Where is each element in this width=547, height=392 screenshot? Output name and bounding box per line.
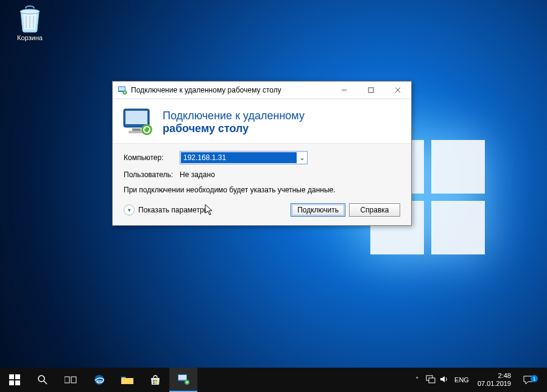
user-value: Не задано	[180, 170, 215, 179]
svg-rect-16	[15, 380, 20, 385]
start-button[interactable]	[0, 368, 29, 392]
edge-icon	[93, 374, 105, 386]
svg-line-18	[44, 381, 47, 384]
computer-value: 192.168.1.31	[181, 152, 297, 163]
show-options-label: Показать параметры	[138, 206, 209, 214]
taskbar-date: 07.01.2019	[478, 380, 511, 388]
taskbar: ˄ ENG 2:48 07.01.2019 1	[0, 368, 547, 392]
taskbar-app-explorer[interactable]	[113, 368, 141, 392]
folder-icon	[121, 374, 134, 385]
help-button[interactable]: Справка	[349, 203, 400, 217]
desktop: Корзина Подключение к удаленному рабочем…	[0, 0, 547, 392]
search-icon	[37, 374, 48, 385]
taskbar-time: 2:48	[478, 372, 511, 380]
maximize-button[interactable]	[358, 82, 384, 99]
svg-rect-19	[65, 377, 69, 383]
svg-rect-13	[9, 374, 14, 379]
chevron-down-icon: ⌄	[297, 153, 307, 162]
show-options-toggle[interactable]: ▾ Показать параметры	[124, 205, 209, 215]
svg-rect-22	[121, 379, 133, 384]
rdp-dialog: Подключение к удаленному рабочему столу …	[112, 81, 412, 226]
recycle-bin-icon	[17, 5, 43, 33]
svg-rect-32	[429, 378, 435, 383]
svg-rect-26	[153, 382, 155, 384]
user-label: Пользователь:	[124, 170, 180, 179]
language-indicator[interactable]: ENG	[451, 376, 473, 383]
dialog-heading: Подключение к удаленному рабочему столу	[163, 110, 305, 135]
minimize-button[interactable]	[331, 82, 358, 99]
taskbar-app-rdp[interactable]	[169, 368, 197, 392]
recycle-bin-label: Корзина	[9, 34, 51, 41]
titlebar-text: Подключение к удаленному рабочему столу	[131, 86, 331, 94]
system-tray: ˄ ENG 2:48 07.01.2019 1	[411, 368, 547, 392]
connect-button[interactable]: Подключить	[291, 203, 345, 217]
rdp-icon	[177, 373, 190, 385]
svg-rect-23	[121, 377, 125, 378]
notification-badge: 1	[531, 375, 538, 382]
chevron-down-icon: ▾	[124, 205, 135, 215]
svg-rect-15	[9, 380, 14, 385]
taskbar-clock[interactable]: 2:48 07.01.2019	[473, 372, 516, 387]
network-icon[interactable]	[424, 375, 437, 385]
svg-rect-2	[119, 87, 125, 91]
dialog-body: Компьютер: 192.168.1.31 ⌄ Пользователь: …	[113, 144, 411, 225]
svg-rect-29	[178, 375, 186, 380]
svg-rect-9	[125, 111, 147, 124]
rdp-titlebar-icon	[118, 85, 127, 95]
svg-rect-27	[155, 382, 157, 384]
task-view-button[interactable]	[56, 368, 85, 392]
titlebar[interactable]: Подключение к удаленному рабочему столу	[113, 82, 411, 99]
svg-point-17	[38, 376, 44, 382]
close-button[interactable]	[384, 82, 411, 99]
svg-rect-25	[155, 380, 157, 382]
action-center-button[interactable]: 1	[516, 375, 540, 385]
store-icon	[149, 374, 161, 386]
svg-point-0	[20, 9, 40, 14]
svg-point-12	[141, 124, 152, 135]
dialog-header: Подключение к удаленному рабочему столу	[113, 99, 411, 144]
taskbar-app-store[interactable]	[141, 368, 169, 392]
svg-rect-5	[369, 88, 373, 93]
volume-icon[interactable]	[437, 375, 451, 385]
svg-rect-14	[15, 374, 20, 379]
taskbar-app-edge[interactable]	[85, 368, 113, 392]
tray-chevron-up-icon[interactable]: ˄	[411, 376, 424, 384]
svg-rect-24	[153, 380, 155, 382]
rdp-header-icon	[122, 108, 154, 137]
recycle-bin-desktop-icon[interactable]: Корзина	[9, 5, 51, 41]
svg-rect-20	[71, 377, 76, 383]
task-view-icon	[65, 375, 77, 385]
search-button[interactable]	[29, 368, 56, 392]
computer-label: Компьютер:	[124, 153, 180, 162]
credentials-hint: При подключении необходимо будет указать…	[124, 185, 400, 195]
svg-rect-10	[132, 128, 141, 131]
computer-combobox[interactable]: 192.168.1.31 ⌄	[180, 151, 308, 164]
